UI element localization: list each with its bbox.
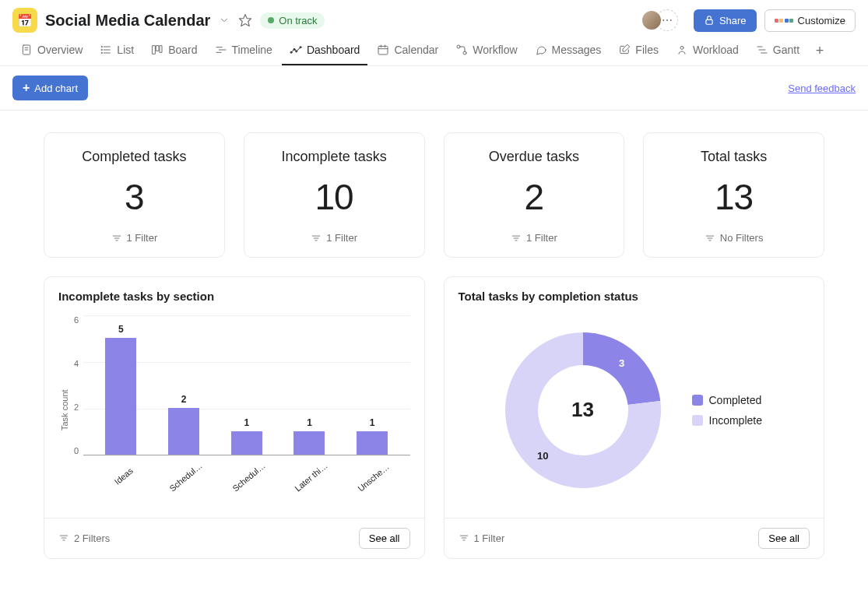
tab-gantt[interactable]: Gantt (748, 36, 807, 65)
legend-item-completed[interactable]: Completed (692, 394, 762, 406)
overview-icon (20, 44, 33, 56)
donut-chart-filter[interactable]: 1 Filter (459, 532, 505, 544)
customize-icon-2 (785, 19, 793, 23)
timeline-icon (215, 44, 227, 56)
tab-overview[interactable]: Overview (12, 36, 90, 65)
summary-cards-row: Completed tasks31 FilterIncomplete tasks… (44, 132, 824, 258)
svg-rect-11 (153, 46, 155, 54)
bar[interactable]: 1 (351, 417, 393, 455)
plus-icon: + (23, 81, 30, 95)
card-title: Completed tasks (57, 149, 212, 165)
donut-center-value: 13 (497, 325, 669, 496)
svg-rect-12 (156, 46, 159, 51)
project-header: 📅 Social Media Calendar On track ⋯ Share… (0, 0, 868, 36)
card-title: Overdue tasks (457, 149, 612, 165)
legend-swatch-icon (692, 415, 703, 426)
member-avatars[interactable]: ⋯ (641, 9, 678, 31)
card-filter[interactable]: 1 Filter (511, 232, 557, 244)
share-label: Share (719, 15, 747, 26)
bar-chart-yticks: 6420 (71, 315, 83, 455)
svg-point-27 (680, 46, 684, 49)
list-icon (100, 44, 112, 56)
bar-category-label: Unsched… (356, 459, 394, 493)
donut-chart-card: Total tasks by completion status 13 3 10… (444, 276, 825, 559)
tab-list[interactable]: List (92, 36, 142, 65)
donut-legend: Completed Incomplete (692, 394, 762, 427)
customize-icon (775, 19, 783, 23)
bar-chart-bars: 52111 (83, 315, 409, 455)
project-icon: 📅 (12, 8, 37, 33)
summary-card[interactable]: Completed tasks31 Filter (44, 132, 225, 258)
donut-chart-title: Total tasks by completion status (445, 277, 824, 309)
card-value: 10 (257, 176, 412, 218)
card-filter[interactable]: 1 Filter (311, 232, 357, 244)
customize-label: Customize (798, 15, 845, 26)
svg-marker-0 (240, 15, 251, 26)
summary-card[interactable]: Overdue tasks21 Filter (444, 132, 625, 258)
bar-category-label: Ideas (105, 459, 143, 493)
calendar-icon (377, 44, 389, 56)
bar[interactable]: 1 (288, 417, 330, 455)
card-value: 2 (457, 176, 612, 218)
legend-item-incomplete[interactable]: Incomplete (692, 414, 762, 427)
tab-files[interactable]: Files (610, 36, 666, 65)
tab-timeline[interactable]: Timeline (207, 36, 280, 65)
card-filter[interactable]: No Filters (705, 232, 764, 244)
donut-slice-label-completed: 3 (619, 357, 624, 369)
bar-category-label: Schedule… (167, 459, 206, 493)
status-label: On track (279, 15, 317, 26)
svg-point-26 (463, 51, 466, 54)
donut-slice-label-incomplete: 10 (537, 450, 548, 462)
add-chart-button[interactable]: + Add chart (12, 76, 88, 100)
send-feedback-link[interactable]: Send feedback (788, 83, 856, 94)
bar-chart-xlabels: IdeasSchedule…Schedule…Later this…Unsche… (83, 462, 409, 482)
summary-card[interactable]: Total tasks13No Filters (643, 132, 824, 258)
bar[interactable]: 5 (100, 324, 142, 455)
svg-point-25 (457, 45, 460, 48)
summary-card[interactable]: Incomplete tasks101 Filter (244, 132, 425, 258)
add-chart-label: Add chart (34, 83, 78, 94)
bar-category-label: Schedule… (230, 459, 269, 493)
status-pill[interactable]: On track (260, 12, 325, 29)
bar[interactable]: 2 (163, 394, 205, 455)
dashboard-icon (290, 44, 302, 56)
svg-rect-13 (160, 46, 162, 53)
bar-chart-see-all-button[interactable]: See all (359, 528, 410, 549)
workload-icon (676, 44, 688, 56)
tab-workflow[interactable]: Workflow (448, 36, 525, 65)
bar-category-label: Later this… (293, 459, 332, 493)
dashboard-toolbar: + Add chart Send feedback (0, 66, 868, 111)
card-filter[interactable]: 1 Filter (111, 232, 158, 244)
svg-point-10 (101, 52, 102, 53)
files-icon (618, 44, 631, 56)
add-tab-button[interactable]: + (809, 40, 831, 62)
project-title[interactable]: Social Media Calendar (45, 12, 210, 30)
chevron-down-icon[interactable] (218, 14, 230, 26)
tab-dashboard[interactable]: Dashboard (282, 36, 368, 65)
tab-messages[interactable]: Messages (527, 36, 610, 65)
card-title: Total tasks (656, 149, 811, 165)
bar-chart-title: Incomplete tasks by section (44, 277, 424, 309)
svg-rect-21 (378, 46, 388, 54)
legend-swatch-icon (692, 395, 703, 406)
board-icon (151, 44, 163, 56)
avatar[interactable] (641, 9, 662, 31)
tab-calendar[interactable]: Calendar (369, 36, 446, 65)
customize-button[interactable]: Customize (764, 9, 856, 32)
bar-chart-filter[interactable]: 2 Filters (58, 532, 110, 544)
share-button[interactable]: Share (694, 9, 757, 32)
bar[interactable]: 1 (226, 417, 268, 455)
card-title: Incomplete tasks (257, 149, 412, 165)
status-dot-icon (268, 17, 274, 23)
donut-chart-see-all-button[interactable]: See all (758, 528, 810, 549)
tabs-bar: OverviewListBoardTimelineDashboardCalend… (0, 36, 868, 66)
gantt-icon (756, 44, 768, 56)
bar-chart-ylabel: Task count (58, 309, 71, 511)
tab-board[interactable]: Board (143, 36, 205, 65)
star-icon[interactable] (238, 13, 252, 27)
tab-workload[interactable]: Workload (668, 36, 747, 65)
svg-point-8 (101, 46, 102, 47)
dashboard-content: Completed tasks31 FilterIncomplete tasks… (0, 111, 868, 590)
messages-icon (535, 44, 547, 56)
card-value: 3 (57, 176, 212, 218)
